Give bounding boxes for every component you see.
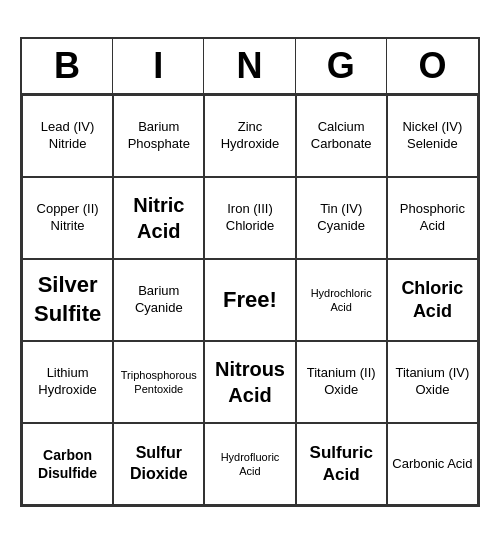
header-letter-b: B — [22, 39, 113, 93]
bingo-cell-0-1: Barium Phosphate — [113, 95, 204, 177]
bingo-cell-1-3: Tin (IV) Cyanide — [296, 177, 387, 259]
bingo-cell-4-1: Sulfur Dioxide — [113, 423, 204, 505]
bingo-cell-4-4: Carbonic Acid — [387, 423, 478, 505]
bingo-cell-3-0: Lithium Hydroxide — [22, 341, 113, 423]
bingo-cell-2-2: Free! — [204, 259, 295, 341]
bingo-cell-0-0: Lead (IV) Nitride — [22, 95, 113, 177]
bingo-grid: Lead (IV) NitrideBarium PhosphateZinc Hy… — [22, 95, 478, 505]
bingo-cell-1-1: Nitric Acid — [113, 177, 204, 259]
header-letter-g: G — [296, 39, 387, 93]
header-letter-o: O — [387, 39, 478, 93]
bingo-cell-4-2: Hydrofluoric Acid — [204, 423, 295, 505]
bingo-header: BINGO — [22, 39, 478, 95]
bingo-cell-3-3: Titanium (II) Oxide — [296, 341, 387, 423]
bingo-cell-1-2: Iron (III) Chloride — [204, 177, 295, 259]
bingo-cell-2-1: Barium Cyanide — [113, 259, 204, 341]
bingo-cell-1-0: Copper (II) Nitrite — [22, 177, 113, 259]
bingo-cell-2-0: Silver Sulfite — [22, 259, 113, 341]
bingo-cell-2-4: Chloric Acid — [387, 259, 478, 341]
bingo-cell-4-3: Sulfuric Acid — [296, 423, 387, 505]
bingo-cell-2-3: Hydrochloric Acid — [296, 259, 387, 341]
header-letter-n: N — [204, 39, 295, 93]
bingo-cell-3-2: Nitrous Acid — [204, 341, 295, 423]
header-letter-i: I — [113, 39, 204, 93]
bingo-cell-0-4: Nickel (IV) Selenide — [387, 95, 478, 177]
bingo-cell-0-2: Zinc Hydroxide — [204, 95, 295, 177]
bingo-cell-1-4: Phosphoric Acid — [387, 177, 478, 259]
bingo-cell-0-3: Calcium Carbonate — [296, 95, 387, 177]
bingo-cell-4-0: Carbon Disulfide — [22, 423, 113, 505]
bingo-card: BINGO Lead (IV) NitrideBarium PhosphateZ… — [20, 37, 480, 507]
bingo-cell-3-4: Titanium (IV) Oxide — [387, 341, 478, 423]
bingo-cell-3-1: Triphosphorous Pentoxide — [113, 341, 204, 423]
